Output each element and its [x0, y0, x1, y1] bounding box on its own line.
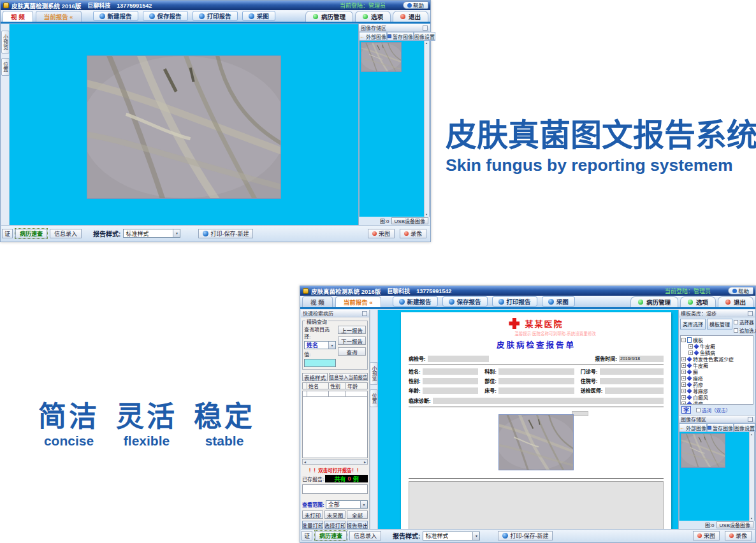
capture-image-button[interactable]: 采图: [368, 229, 395, 238]
tree-item[interactable]: 荨麻疹: [681, 387, 752, 394]
select-print-button[interactable]: 选择打印: [324, 521, 345, 529]
panel-collapse-icon[interactable]: [748, 311, 753, 316]
vertical-scrollbar[interactable]: [424, 41, 429, 217]
tab-records[interactable]: 病历管理: [630, 296, 678, 307]
tab-exit[interactable]: 退出: [718, 296, 753, 307]
capture-image-button[interactable]: 采图: [693, 531, 720, 540]
font-button[interactable]: 字: [681, 406, 691, 414]
horizontal-scrollbar[interactable]: [302, 459, 368, 465]
age-field[interactable]: [423, 387, 479, 394]
report-findings-textarea[interactable]: [409, 481, 664, 529]
info-entry-button[interactable]: 信息录入: [50, 229, 82, 238]
pick-word-checkbox[interactable]: 选词（双击）: [696, 407, 731, 414]
tree-item[interactable]: 痤疮: [681, 375, 752, 381]
exam-no-field[interactable]: [428, 356, 489, 362]
save-report-button[interactable]: 保存报告: [143, 11, 188, 21]
tab-exit[interactable]: 退出: [393, 11, 428, 22]
image-settings-button[interactable]: 图像设置: [734, 423, 755, 432]
temp-image-button[interactable]: 暂存图像: [707, 423, 734, 432]
save-report-button[interactable]: 保存报告: [442, 296, 488, 307]
column-gender[interactable]: 性别: [329, 382, 346, 389]
side-tab-position[interactable]: 位置: [1, 58, 10, 76]
panel-collapse-icon[interactable]: [748, 417, 753, 422]
query-value-input[interactable]: [304, 359, 336, 367]
side-tab-position[interactable]: 位置: [370, 389, 378, 407]
tab-current-report[interactable]: 当前报告 «: [36, 11, 82, 22]
append-checkbox[interactable]: 追加选入: [734, 327, 756, 334]
all-button[interactable]: 全部: [347, 510, 368, 519]
diagnosis-field[interactable]: [433, 398, 664, 404]
column-name[interactable]: 姓名: [307, 382, 329, 389]
print-save-new-button[interactable]: 打印-保存-新建: [498, 531, 553, 540]
export-report-button[interactable]: 报告导出: [347, 521, 368, 529]
quick-search-button[interactable]: 病历速查: [315, 531, 347, 540]
dept-field[interactable]: [498, 368, 574, 375]
usb-device-button[interactable]: USB设备图像: [716, 521, 753, 528]
tab-options[interactable]: 选项: [680, 296, 716, 307]
print-report-button[interactable]: 打印报告: [193, 11, 238, 21]
outpatient-no-field[interactable]: [600, 368, 664, 375]
result-list-area[interactable]: [302, 397, 368, 458]
capture-button[interactable]: 采图: [242, 11, 275, 21]
print-save-new-button[interactable]: 打印-保存-新建: [198, 229, 253, 238]
next-report-button[interactable]: 下一报告: [338, 337, 366, 345]
tree-item[interactable]: 药疹: [681, 381, 752, 387]
saved-report-field[interactable]: [302, 484, 368, 494]
tree-item[interactable]: 牛皮癣: [688, 343, 752, 349]
collapse-icon[interactable]: [681, 338, 686, 342]
external-image-button[interactable]: 外部图像: [679, 423, 707, 432]
expand-icon[interactable]: [681, 395, 686, 400]
expand-icon[interactable]: [688, 344, 693, 349]
image-settings-button[interactable]: 图像设置: [414, 32, 435, 41]
report-microscope-image[interactable]: [498, 414, 574, 470]
selector-checkbox[interactable]: 选择器: [734, 319, 756, 326]
expand-icon[interactable]: [688, 351, 693, 355]
report-style-select[interactable]: 标准样式: [423, 532, 480, 540]
help-button[interactable]: 帮助: [728, 287, 753, 294]
quick-search-button[interactable]: 病历速查: [15, 229, 47, 238]
capture-button[interactable]: 采图: [542, 296, 575, 307]
expand-icon[interactable]: [681, 370, 686, 374]
record-video-button[interactable]: 录像: [400, 229, 426, 238]
usb-device-button[interactable]: USB设备图像: [391, 217, 428, 224]
thumbnail-image[interactable]: [361, 42, 402, 72]
record-video-button[interactable]: 录像: [725, 531, 752, 540]
side-tab-preview[interactable]: 小预览: [370, 362, 378, 385]
prev-report-button[interactable]: 上一报告: [338, 326, 366, 334]
template-manage-button[interactable]: 模板管理: [707, 319, 732, 329]
bed-no-field[interactable]: [498, 387, 574, 394]
tree-item[interactable]: 特发性色素减少症: [681, 356, 752, 362]
tab-video[interactable]: 视 频: [302, 296, 333, 307]
panel-collapse-icon[interactable]: [423, 25, 428, 31]
new-report-button[interactable]: 新建报告: [393, 296, 438, 307]
table-style-button[interactable]: 表格样式: [302, 373, 328, 381]
expand-icon[interactable]: [681, 376, 686, 380]
name-field[interactable]: [423, 368, 479, 375]
vertical-scrollbar[interactable]: [749, 432, 754, 521]
tab-options[interactable]: 选项: [355, 11, 391, 22]
tree-item[interactable]: 白癜风: [681, 394, 752, 400]
tree-item[interactable]: 湿疹: [681, 400, 752, 405]
panel-collapse-icon[interactable]: [362, 311, 367, 316]
report-page[interactable]: 某某医院 温馨提示:医院名称可到帮助-系统设置里修改 皮肤病检查报告单 病检号:…: [401, 312, 671, 529]
thumbnail-image[interactable]: [681, 433, 725, 468]
help-button[interactable]: 帮助: [403, 1, 428, 9]
print-report-button[interactable]: 打印报告: [492, 296, 537, 307]
cert-button[interactable]: 证: [2, 229, 13, 238]
tree-item[interactable]: 鱼鳞病: [688, 349, 752, 356]
library-select-button[interactable]: 类库选择: [680, 319, 706, 329]
temp-image-button[interactable]: 暂存图像: [387, 32, 414, 41]
expand-icon[interactable]: [681, 382, 686, 387]
info-entry-button[interactable]: 信息录入: [349, 531, 381, 540]
tree-item[interactable]: 癣: [681, 368, 752, 375]
new-report-button[interactable]: 新建报告: [93, 11, 138, 21]
site-field[interactable]: [498, 378, 574, 384]
expand-icon[interactable]: [681, 389, 686, 393]
side-tab-preview[interactable]: 小预览: [1, 31, 10, 54]
report-style-select[interactable]: 标准样式: [123, 229, 180, 238]
cert-button[interactable]: 证: [302, 531, 312, 540]
doctor-field[interactable]: [605, 387, 664, 394]
column-age[interactable]: 年龄: [346, 382, 368, 389]
view-scope-select[interactable]: 全部: [326, 500, 368, 509]
external-image-button[interactable]: 外部图像: [359, 32, 387, 41]
